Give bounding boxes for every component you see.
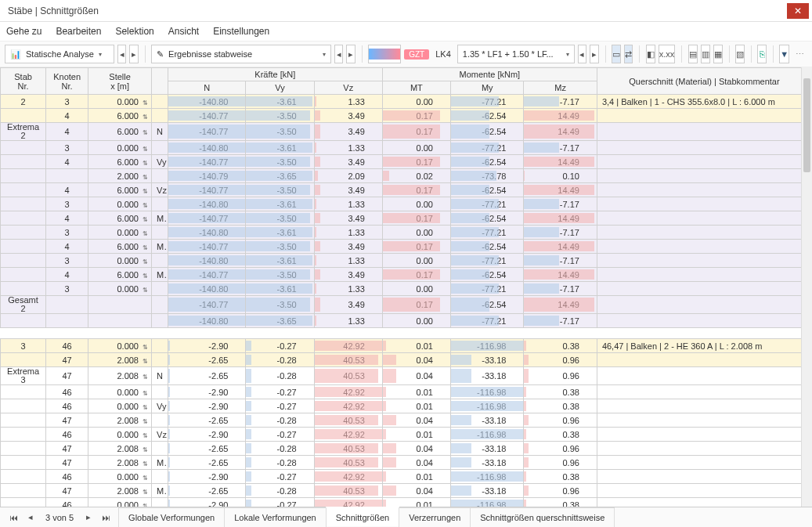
tab-icon-3[interactable]: ▦ <box>713 45 723 63</box>
load-combo[interactable]: 1.35 * LF1 + 1.50 * LF... ▾ <box>457 45 575 63</box>
table-row[interactable]: 230.000 ⇅-140.80-3.611.330.00-77.21-7.17… <box>1 95 812 109</box>
table-row[interactable]: 30.000 ⇅-140.80-3.611.330.00-77.21-7.17 <box>1 197 812 211</box>
results-table[interactable]: StabNr. KnotenNr. Stellex [m] Kräfte [kN… <box>0 67 812 507</box>
table-container: StabNr. KnotenNr. Stellex [m] Kräfte [kN… <box>0 67 812 507</box>
menu-gehe-zu[interactable]: Gehe zu <box>6 26 42 37</box>
title-bar: Stäbe | Schnittgrößen ✕ <box>0 0 812 22</box>
table-row[interactable]: 46.000 ⇅Vy-140.77-3.503.490.17-62.5414.4… <box>1 155 812 169</box>
link-icon[interactable]: ⇄ <box>624 45 633 63</box>
page-label: 3 von 5 <box>41 513 78 522</box>
prev-analysis-button[interactable]: ◂ <box>117 45 126 63</box>
table-row[interactable]: 472.008 ⇅-2.65-0.2840.530.04-33.180.96 <box>1 413 812 428</box>
table-row[interactable]: 30.000 ⇅-140.80-3.611.330.00-77.21-7.17 <box>1 254 812 268</box>
table-row[interactable]: 472.008 ⇅-2.65-0.2840.530.04-33.180.96 <box>1 442 812 456</box>
table-row[interactable]: 460.000 ⇅-2.90-0.2742.920.01-116.980.38 <box>1 470 812 484</box>
prev-page-button[interactable]: ◂ <box>23 511 38 525</box>
toolbar: 📊 Statische Analyse ▾ ◂ ▸ ✎ Ergebnisse s… <box>0 41 812 67</box>
table-row[interactable]: Extrema246.000 ⇅N-140.77-3.503.490.17-62… <box>1 123 812 141</box>
table-row[interactable]: 460.000 ⇅Vy-2.90-0.2742.920.01-116.980.3… <box>1 399 812 413</box>
combo-id: LK4 <box>432 49 454 59</box>
gzt-badge: GZT <box>404 49 429 60</box>
table-row[interactable]: 46.000 ⇅-140.77-3.503.490.17-62.5414.49 <box>1 109 812 123</box>
tab-icon-2[interactable]: ▥ <box>701 45 710 63</box>
combo-spectrum[interactable] <box>368 45 401 63</box>
tab-lokale-verformungen[interactable]: Lokale Verformungen <box>224 507 327 527</box>
filter-icon[interactable]: ▼ <box>779 45 789 63</box>
table-row[interactable]: 460.000 ⇅-2.90-0.2742.920.01-116.980.38 <box>1 498 812 507</box>
last-page-button[interactable]: ⏭ <box>99 511 113 525</box>
table-row[interactable]: 2.000 ⇅-140.79-3.652.090.02-73.780.10 <box>1 169 812 183</box>
table-row[interactable]: 46.000 ⇅MT-140.77-3.503.490.17-62.5414.4… <box>1 211 812 226</box>
next-page-button[interactable]: ▸ <box>81 511 96 525</box>
results-combo[interactable]: ✎ Ergebnisse stabweise ▾ <box>151 45 331 63</box>
next-lc-button[interactable]: ▸ <box>590 45 598 63</box>
pager: ⏮ ◂ 3 von 5 ▸ ⏭ <box>0 511 119 525</box>
table-row[interactable]: 46.000 ⇅Mz-140.77-3.503.490.17-62.5414.4… <box>1 268 812 282</box>
tab-schnittgrößen[interactable]: Schnittgrößen <box>326 507 399 526</box>
table-row[interactable]: 30.000 ⇅-140.80-3.611.330.00-77.21-7.17 <box>1 226 812 240</box>
table-row[interactable]: Extrema3472.008 ⇅N-2.65-0.2840.530.04-33… <box>1 367 812 385</box>
result-tabs: Globale VerformungenLokale VerformungenS… <box>119 507 615 527</box>
footer: ⏮ ◂ 3 von 5 ▸ ⏭ Globale VerformungenLoka… <box>0 507 812 527</box>
table-row[interactable]: 472.008 ⇅-2.65-0.2840.530.04-33.180.96 <box>1 353 812 367</box>
pen-icon: ✎ <box>157 49 164 60</box>
close-button[interactable]: ✕ <box>787 3 809 19</box>
prev-results-button[interactable]: ◂ <box>334 45 343 63</box>
chevron-down-icon: ▾ <box>323 51 326 58</box>
menu-bearbeiten[interactable]: Bearbeiten <box>56 26 101 37</box>
table-row[interactable]: -140.80-3.651.330.00-77.21-7.17 <box>1 314 812 328</box>
table-row[interactable]: 460.000 ⇅-2.90-0.2742.920.01-116.980.38 <box>1 385 812 399</box>
chart-icon: 📊 <box>10 49 21 60</box>
prev-lc-button[interactable]: ◂ <box>578 45 586 63</box>
table-row[interactable]: 30.000 ⇅-140.80-3.611.330.00-77.21-7.17 <box>1 141 812 155</box>
first-page-button[interactable]: ⏮ <box>6 511 20 525</box>
menu-einstellungen[interactable]: Einstellungen <box>213 26 269 37</box>
table-row[interactable]: 460.000 ⇅Vz-2.90-0.2742.920.01-116.980.3… <box>1 428 812 442</box>
color-icon[interactable]: ▧ <box>735 45 745 63</box>
table-row[interactable]: Gesamt2-140.77-3.503.490.17-62.5414.49 <box>1 296 812 314</box>
vertical-scrollbar[interactable] <box>801 67 812 507</box>
menu-bar: Gehe zu Bearbeiten Selektion Ansicht Ein… <box>0 22 812 41</box>
chevron-down-icon: ▾ <box>99 51 102 58</box>
tab-schnittgrößen-querschnittsweise[interactable]: Schnittgrößen querschnittsweise <box>470 507 615 527</box>
menu-selektion[interactable]: Selektion <box>115 26 153 37</box>
tool-b-icon[interactable]: x.xx <box>659 45 676 63</box>
window-title: Stäbe | Schnittgrößen <box>8 5 99 16</box>
export-icon[interactable]: ⎘ <box>757 45 766 63</box>
overflow-icon[interactable]: ⋯ <box>792 49 807 60</box>
tool-a-icon[interactable]: ◧ <box>646 45 655 63</box>
table-row[interactable]: 472.008 ⇅My-2.65-0.2840.530.04-33.180.96 <box>1 484 812 498</box>
analysis-combo[interactable]: 📊 Statische Analyse ▾ <box>5 45 114 63</box>
tab-globale-verformungen[interactable]: Globale Verformungen <box>118 507 225 527</box>
table-row[interactable]: 3460.000 ⇅-2.90-0.2742.920.01-116.980.38… <box>1 339 812 353</box>
table-row[interactable]: 472.008 ⇅MT-2.65-0.2840.530.04-33.180.96 <box>1 456 812 470</box>
tab-verzerrungen[interactable]: Verzerrungen <box>399 507 471 527</box>
table-row[interactable]: 46.000 ⇅My-140.77-3.503.490.17-62.5414.4… <box>1 240 812 254</box>
next-results-button[interactable]: ▸ <box>346 45 355 63</box>
tab-icon-1[interactable]: ▤ <box>688 45 698 63</box>
select-icon[interactable]: ▭ <box>612 45 621 63</box>
table-row[interactable]: 46.000 ⇅Vz-140.77-3.503.490.17-62.5414.4… <box>1 183 812 197</box>
table-row[interactable]: 30.000 ⇅-140.80-3.611.330.00-77.21-7.17 <box>1 282 812 296</box>
next-analysis-button[interactable]: ▸ <box>129 45 138 63</box>
menu-ansicht[interactable]: Ansicht <box>168 26 199 37</box>
chevron-down-icon: ▾ <box>566 51 569 58</box>
